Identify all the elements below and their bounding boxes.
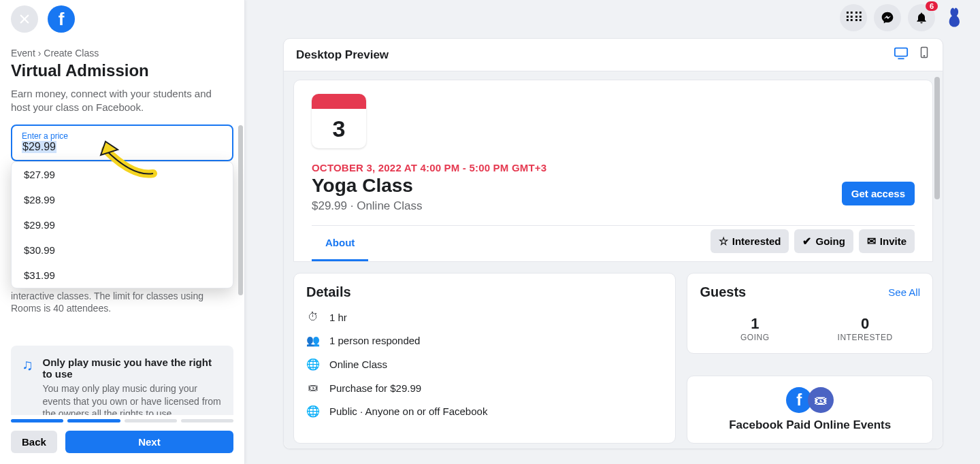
paid-events-logos: f 🎟 bbox=[786, 387, 834, 413]
breadcrumb-sep: › bbox=[38, 48, 42, 59]
price-option[interactable]: $31.99 bbox=[12, 263, 233, 288]
event-title: Yoga Class bbox=[312, 175, 423, 197]
back-button[interactable]: Back bbox=[11, 431, 57, 453]
paid-events-title: Facebook Paid Online Events bbox=[700, 418, 920, 432]
sidebar-scrollbar[interactable] bbox=[238, 125, 243, 295]
sidebar-footer: Back Next bbox=[0, 428, 244, 464]
price-option[interactable]: $28.99 bbox=[12, 187, 233, 212]
event-subtitle: $29.99 · Online Class bbox=[312, 199, 423, 213]
preview-label: Desktop Preview bbox=[296, 48, 389, 62]
detail-purchase: 🎟 Purchase for $29.99 bbox=[306, 382, 663, 394]
detail-duration: ⏱ 1 hr bbox=[306, 311, 663, 323]
going-count: 1 Going bbox=[700, 315, 810, 342]
detail-privacy: 🌐 Public · Anyone on or off Facebook bbox=[306, 405, 663, 418]
progress-seg bbox=[11, 419, 63, 422]
rabbit-avatar-icon bbox=[944, 6, 967, 29]
details-card: Details ⏱ 1 hr 👥 1 person responded 🌐 On… bbox=[293, 273, 676, 444]
ticket-circle-icon: 🎟 bbox=[808, 387, 834, 413]
see-all-link[interactable]: See All bbox=[888, 286, 920, 298]
invite-label: Invite bbox=[880, 235, 906, 247]
price-input-label: Enter a price bbox=[22, 131, 223, 141]
detail-type: 🌐 Online Class bbox=[306, 358, 663, 371]
breadcrumb-root[interactable]: Event bbox=[11, 48, 35, 59]
music-note-icon: ♫ bbox=[22, 357, 33, 415]
desktop-preview-toggle[interactable] bbox=[894, 46, 909, 64]
svg-rect-2 bbox=[895, 48, 907, 56]
price-option[interactable]: $27.99 bbox=[12, 162, 233, 187]
preview-panel: Desktop Preview 3 OCTOBER 3, 2022 AT 4:0… bbox=[283, 38, 943, 449]
get-access-button[interactable]: Get access bbox=[842, 182, 915, 205]
guests-heading: Guests bbox=[700, 284, 746, 300]
account-avatar[interactable] bbox=[942, 4, 969, 31]
event-tabs: About ☆ Interested ✔ Going ✉ Invite bbox=[312, 225, 915, 261]
paid-events-card: f 🎟 Facebook Paid Online Events bbox=[687, 376, 933, 444]
menu-button[interactable]: ⠿⠿ bbox=[840, 4, 867, 31]
next-button[interactable]: Next bbox=[65, 431, 233, 453]
price-option[interactable]: $29.99 bbox=[12, 212, 233, 237]
event-columns: Details ⏱ 1 hr 👥 1 person responded 🌐 On… bbox=[293, 273, 933, 444]
preview-scrollbar[interactable] bbox=[934, 77, 940, 199]
page-description: Earn money, connect with your students a… bbox=[11, 87, 233, 114]
detail-responded: 👥 1 person responded bbox=[306, 334, 663, 347]
music-rights-notice: ♫ Only play music you have the right to … bbox=[11, 346, 233, 415]
preview-body: 3 OCTOBER 3, 2022 AT 4:00 PM - 5:00 PM G… bbox=[284, 71, 943, 448]
interested-label: Interested bbox=[732, 235, 781, 247]
page-title: Virtual Admission bbox=[11, 61, 233, 80]
progress-seg bbox=[67, 419, 120, 422]
breadcrumb: Event › Create Class bbox=[11, 48, 233, 59]
event-date-line: OCTOBER 3, 2022 AT 4:00 PM - 5:00 PM GMT… bbox=[312, 162, 915, 173]
notifications-badge: 6 bbox=[926, 1, 938, 11]
notifications-button[interactable]: 6 bbox=[908, 4, 935, 31]
invite-button[interactable]: ✉ Invite bbox=[859, 229, 915, 253]
music-notice-title: Only play music you have the right to us… bbox=[43, 357, 223, 380]
going-button[interactable]: ✔ Going bbox=[794, 229, 853, 253]
music-notice-desc: You may only play music during your even… bbox=[43, 382, 223, 415]
create-event-sidebar: f Event › Create Class Virtual Admission… bbox=[0, 0, 245, 464]
step-progress bbox=[0, 415, 244, 428]
facebook-logo[interactable]: f bbox=[48, 5, 75, 33]
attendee-limit-note: interactive classes. The limit for class… bbox=[11, 290, 233, 314]
interested-count: 0 Interested bbox=[810, 315, 920, 342]
details-heading: Details bbox=[306, 284, 663, 300]
going-label: Going bbox=[815, 235, 845, 247]
event-hero-card: 3 OCTOBER 3, 2022 AT 4:00 PM - 5:00 PM G… bbox=[293, 80, 933, 262]
mobile-preview-toggle[interactable] bbox=[918, 46, 930, 64]
price-input-value[interactable]: $29.99 bbox=[22, 141, 56, 153]
desktop-icon bbox=[894, 46, 909, 61]
globe-icon: 🌐 bbox=[306, 358, 320, 371]
breadcrumb-current[interactable]: Create Class bbox=[44, 48, 99, 59]
check-circle-icon: ✔ bbox=[802, 235, 811, 248]
close-button[interactable] bbox=[11, 5, 38, 33]
calendar-icon: 3 bbox=[312, 94, 366, 148]
sidebar-top-bar: f bbox=[0, 0, 244, 38]
grid-icon: ⠿⠿ bbox=[845, 14, 862, 22]
calendar-day: 3 bbox=[312, 109, 366, 148]
bell-icon bbox=[915, 11, 928, 24]
close-icon bbox=[18, 13, 31, 25]
guests-card: Guests See All 1 Going 0 Interested bbox=[687, 273, 933, 354]
preview-header: Desktop Preview bbox=[284, 39, 943, 71]
interested-button[interactable]: ☆ Interested bbox=[710, 229, 789, 253]
header-tray: ⠿⠿ 6 bbox=[840, 4, 969, 31]
clock-icon: ⏱ bbox=[306, 311, 320, 323]
envelope-icon: ✉ bbox=[867, 235, 876, 248]
people-icon: 👥 bbox=[306, 334, 320, 347]
svg-point-5 bbox=[924, 56, 924, 56]
progress-seg bbox=[125, 419, 177, 422]
star-icon: ☆ bbox=[719, 235, 728, 248]
device-toggle bbox=[894, 46, 930, 64]
messenger-icon bbox=[881, 11, 894, 24]
public-icon: 🌐 bbox=[306, 405, 320, 418]
guest-counts: 1 Going 0 Interested bbox=[700, 315, 920, 342]
ticket-icon: 🎟 bbox=[306, 382, 320, 394]
messenger-button[interactable] bbox=[874, 4, 901, 31]
price-input-field[interactable]: Enter a price $29.99 bbox=[11, 125, 233, 161]
tab-about[interactable]: About bbox=[312, 226, 368, 261]
price-dropdown: $27.99 $28.99 $29.99 $30.99 $31.99 bbox=[11, 161, 233, 288]
mobile-icon bbox=[918, 46, 930, 59]
progress-seg bbox=[181, 419, 233, 422]
price-option[interactable]: $30.99 bbox=[12, 237, 233, 263]
sidebar-content: Event › Create Class Virtual Admission E… bbox=[0, 38, 244, 415]
